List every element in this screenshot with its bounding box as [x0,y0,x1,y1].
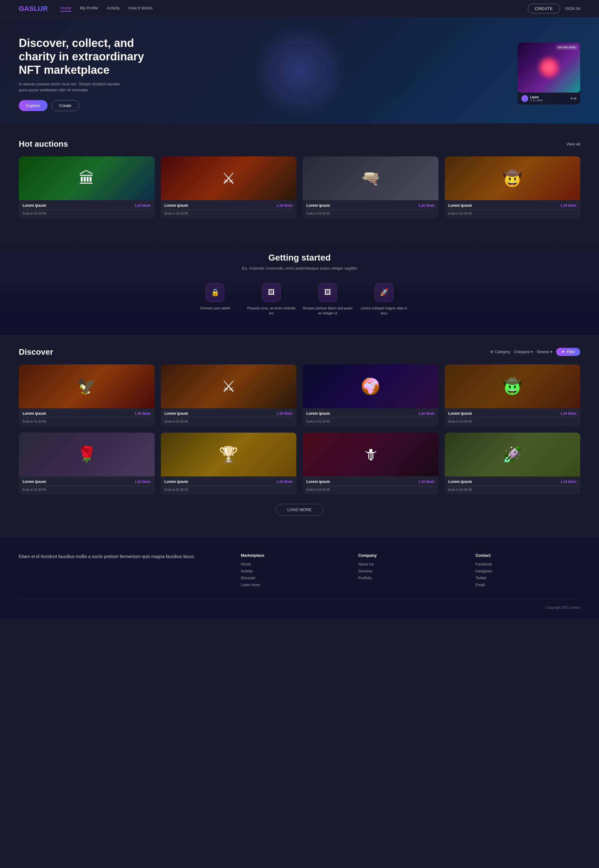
footer-marketplace-link[interactable]: Discover [241,576,346,580]
signin-button[interactable]: SIGN IN [565,6,580,11]
nft-price: 1.20 Weth [418,480,434,484]
filter-icon: ⚙ [490,350,494,354]
hero-content: Discover, collect, and charity in extrao… [19,36,150,111]
nft-price: 1.20 Weth [135,411,151,415]
auction-card[interactable]: Lorem ipsum 1.20 Weth Ends in 01:34:45 [303,156,438,218]
likes-count: 25 [573,97,576,100]
step-icon: 🔒 [206,283,224,302]
nft-divider [306,486,435,486]
nft-ends: Ends in 01:34:45 [23,488,151,491]
nav-how-it-works[interactable]: How It Works [129,6,153,12]
hero-card-footer: Laura 0.21 Weth ♥ 25 [518,93,580,105]
nft-price: 1.20 Weth [135,480,151,484]
nft-card-image [303,156,438,200]
nft-ends: Ends in 01:34:45 [448,488,577,491]
discover-header: Discover ⚙ Category Cheapest Newest ▼ Fi… [19,347,580,357]
auction-card[interactable]: Lorem ipsum 1.20 Weth Ends in 01:34:45 [161,156,296,218]
nft-card-image [445,156,581,200]
nft-card-info: Lorem ipsum 1.20 Weth Ends in 01:34:45 [303,408,438,426]
category-filter[interactable]: ⚙ Category [490,350,510,354]
nft-ends: Ends in 01:34:45 [448,212,577,215]
nft-divider [165,210,293,210]
nft-divider [448,417,577,418]
hero-title: Discover, collect, and charity in extrao… [19,36,150,77]
copyright: Copyright 2021 Gaslur [546,605,580,609]
footer-brand: Etiam et id tincidunt faucibus mollis a … [19,553,229,590]
step-card: 🔒 Connect your wallet [190,283,240,316]
discover-card[interactable]: Lorem ipsum 1.20 Weth Ends in 01:34:45 [445,364,581,426]
step-card: 🖼 Semper pretium libero sed quam ac inte… [303,283,353,316]
nft-name: Lorem ipsum [448,411,472,416]
brand-logo[interactable]: GASLUR [19,5,48,13]
nft-name: Lorem ipsum [448,203,472,208]
auction-card[interactable]: Lorem ipsum 1.20 Weth Ends in 01:34:45 [19,156,155,218]
footer-marketplace-link[interactable]: Home [241,562,346,566]
discover-card[interactable]: Lorem ipsum 1.20 Weth Ends in 01:34:45 [303,432,438,494]
step-label: Connect your wallet [200,306,230,311]
auction-cards-grid: Lorem ipsum 1.20 Weth Ends in 01:34:45 L… [19,156,580,218]
discover-card[interactable]: Lorem ipsum 1.20 Weth Ends in 01:34:45 [19,364,155,426]
filter-funnel-icon: ▼ [561,350,565,354]
cheapest-filter[interactable]: Cheapest [514,350,533,354]
nft-price: 1.20 Weth [418,411,434,415]
footer-contact-link[interactable]: Instagram [476,569,580,573]
footer-company-link[interactable]: About Us [358,562,463,566]
footer-marketplace-link[interactable]: Activity [241,569,346,573]
discover-card[interactable]: Lorem ipsum 1.20 Weth Ends in 01:34:45 [303,364,438,426]
avatar [521,95,528,102]
footer-company-link[interactable]: Portfolio [358,576,463,580]
footer-marketplace-link[interactable]: Learn more [241,583,346,587]
contact-col-title: Contact [476,553,580,558]
nft-card-image [19,156,155,200]
getting-started-description: Eu, molestie commodo, enim pellentesque … [19,266,580,270]
nft-ends: Ends in 01:34:45 [165,488,293,491]
likes-badge: ♥ 25 [571,97,576,100]
footer-company-link[interactable]: Services [358,569,463,573]
nft-price: 1.20 Weth [277,411,293,415]
nav-profile[interactable]: My Profile [80,6,98,12]
nav-home[interactable]: Home [60,6,71,12]
getting-started-section: Getting started Eu, molestie commodo, en… [0,234,599,335]
nft-name: Lorem ipsum [306,411,330,416]
nft-divider [165,486,293,486]
nft-price: 1.20 Weth [135,204,151,207]
nft-card-image [445,364,581,408]
nft-card-info: Lorem ipsum 1.20 Weth Ends in 01:34:45 [445,408,581,426]
explore-button[interactable]: Explore [19,100,48,111]
nft-name: Lorem ipsum [23,203,46,208]
discover-card[interactable]: Lorem ipsum 1.20 Weth Ends in 01:34:45 [19,432,155,494]
nft-card-image [161,432,296,476]
footer-company-col: Company About UsServicesPortfolio [358,553,463,590]
discover-card[interactable]: Lorem ipsum 1.20 Weth Ends in 01:34:45 [161,364,296,426]
auction-card[interactable]: Lorem ipsum 1.20 Weth Ends in 01:34:45 [445,156,581,218]
nft-price: 1.20 Weth [277,204,293,207]
nft-divider [23,486,151,486]
create-button[interactable]: CREATE [528,4,560,14]
newest-filter[interactable]: Newest [537,350,552,354]
nft-name: Lorem ipsum [306,479,330,484]
footer-contact-link[interactable]: Email [476,583,580,587]
nft-ends: Ends in 01:34:45 [165,212,293,215]
load-more-button[interactable]: LOAD MORE [276,504,323,515]
hero-card-user: Laura 0.21 Weth [521,95,543,102]
nft-divider [448,210,577,210]
nft-name: Lorem ipsum [23,479,46,484]
we-are-here-badge: WE ARE HERE [556,45,578,50]
hero-buttons: Explore Create [19,100,150,111]
hot-auctions-section: Hot auctions View all Lorem ipsum 1.20 W… [0,123,599,234]
nft-divider [306,210,435,210]
hero-create-button[interactable]: Create [51,100,79,111]
filter-button[interactable]: ▼ Filter [556,348,580,356]
discover-card[interactable]: Lorem ipsum 1.20 Weth Ends in 01:34:45 [161,432,296,494]
view-all-link[interactable]: View all [566,142,580,146]
footer-contact-link[interactable]: Twitter [476,576,580,580]
step-label: Posuere urna, sit amet molestie leo [246,306,296,316]
footer-bottom: Copyright 2021 Gaslur [19,605,580,609]
discover-card[interactable]: Lorem ipsum 1.20 Weth Ends in 01:34:45 [445,432,581,494]
footer-contact-link[interactable]: Facebook [476,562,580,566]
step-icon: 🖼 [262,283,281,302]
nft-ends: Ends in 01:34:45 [23,420,151,423]
nav-activity[interactable]: Activity [107,6,120,12]
footer-marketplace-col: Marketplace HomeActivityDiscoverLearn mo… [241,553,346,590]
nft-card-info: Lorem ipsum 1.20 Weth Ends in 01:34:45 [161,476,296,494]
